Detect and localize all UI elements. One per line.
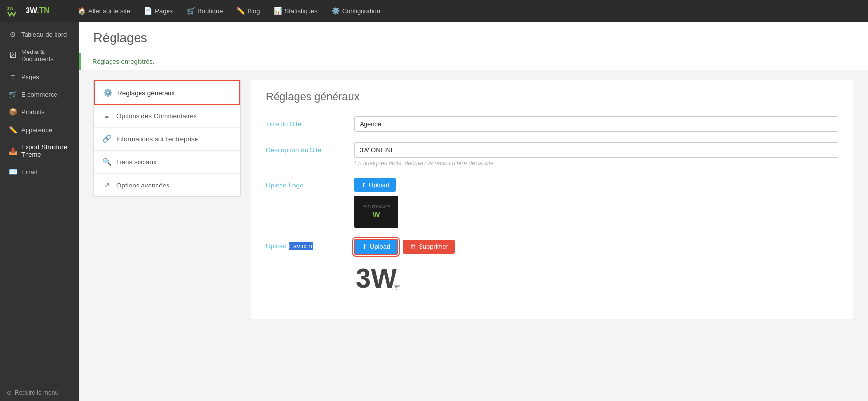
commentaires-icon: ≡ (102, 112, 112, 120)
sidebar-item-pages[interactable]: ≡ Pages (0, 68, 79, 85)
top-navigation: 3W 3W.TN 🏠 Aller sur le site 📄 Pages 🛒 B… (0, 0, 868, 22)
upload-favicon-control: ⬆ Upload 🗑 Supprimer 3W ☞ (354, 239, 838, 298)
upload-favicon-label: Upload Favicon (266, 239, 344, 250)
nav-item-blog[interactable]: ✏️ Blog (230, 4, 266, 18)
export-icon: 📤 (8, 147, 17, 155)
nav-item-boutique[interactable]: 🛒 Boutique (181, 4, 228, 18)
favicon-buttons: ⬆ Upload 🗑 Supprimer (354, 239, 838, 255)
sidebar-item-email[interactable]: ✉️ Email (0, 163, 79, 181)
description-hint: En quelques mots, décrivez la raison d'ê… (354, 160, 838, 167)
pages-icon: 📄 (144, 7, 152, 15)
settings-panel: Réglages généraux Titre du Site Descript… (251, 80, 853, 319)
settings-nav-general[interactable]: ⚙️ Réglages généraux (94, 80, 240, 105)
top-nav-items: 🏠 Aller sur le site 📄 Pages 🛒 Boutique ✏… (72, 4, 386, 18)
logo-text: 3W.TN (26, 6, 50, 15)
supprimer-icon: 🗑 (410, 243, 416, 250)
tableau-icon: ⊙ (8, 30, 17, 38)
alert-success: Réglages enregistrés. (79, 53, 868, 70)
media-icon: 🖼 (8, 52, 17, 59)
main-content: Réglages Réglages enregistrés. ⚙️ Réglag… (79, 22, 868, 401)
ecommerce-icon: 🛒 (8, 90, 17, 98)
titre-control (354, 116, 838, 132)
logo-image-placeholder: PAS D'IMAGE W (354, 196, 398, 228)
settings-sidebar: ⚙️ Réglages généraux ≡ Options des Comme… (93, 80, 241, 197)
titre-input[interactable] (354, 116, 838, 132)
form-row-titre: Titre du Site (266, 116, 838, 132)
produits-icon: 📦 (8, 108, 17, 116)
sidebar-item-ecommerce[interactable]: 🛒 E-commerce (0, 85, 79, 103)
upload-logo-icon: ⬆ (361, 181, 366, 188)
nav-item-configuration[interactable]: ⚙️ Configuration (326, 4, 386, 18)
sidebar-item-apparence[interactable]: ✏️ Apparence (0, 121, 79, 138)
liens-icon: 🔍 (102, 158, 112, 166)
reduce-menu-button[interactable]: ⊙ Réduire le menu (0, 384, 79, 401)
boutique-icon: 🛒 (187, 7, 195, 15)
settings-nav-liens[interactable]: 🔍 Liens sociaux (94, 151, 240, 174)
settings-panel-title: Réglages généraux (266, 90, 838, 108)
statistiques-icon: 📊 (274, 7, 282, 15)
sidebar-item-produits[interactable]: 📦 Produits (0, 103, 79, 121)
favicon-highlight: Favicon (289, 242, 313, 250)
nav-item-statistiques[interactable]: 📊 Statistiques (268, 4, 323, 18)
description-label: Description du Site (266, 142, 344, 154)
form-row-description: Description du Site En quelques mots, dé… (266, 142, 838, 167)
description-control: En quelques mots, décrivez la raison d'ê… (354, 142, 838, 167)
svg-text:3W: 3W (7, 6, 14, 11)
sidebar-item-media[interactable]: 🖼 Media & Documents (0, 43, 79, 68)
nav-item-pages[interactable]: 📄 Pages (138, 4, 179, 18)
nav-item-aller[interactable]: 🏠 Aller sur le site (72, 4, 136, 18)
settings-layout: ⚙️ Réglages généraux ≡ Options des Comme… (79, 70, 868, 329)
upload-logo-label: Upload Logo (266, 178, 344, 189)
sidebar-item-tableau[interactable]: ⊙ Tableau de bord (0, 26, 79, 43)
upload-logo-button[interactable]: ⬆ Upload (354, 178, 396, 192)
page-header: Réglages (79, 22, 868, 53)
logo-preview-icon: W (362, 211, 390, 219)
sidebar: ⊙ Tableau de bord 🖼 Media & Documents ≡ … (0, 22, 79, 401)
logo[interactable]: 3W 3W.TN (5, 2, 64, 20)
reduce-icon: ⊙ (7, 389, 12, 396)
entreprise-icon: 🔗 (102, 134, 112, 143)
home-icon: 🏠 (78, 7, 86, 15)
settings-nav-avancees[interactable]: ↗ Options avancées (94, 174, 240, 196)
upload-favicon-btn-icon: ⬆ (362, 243, 367, 250)
general-settings-icon: ⚙️ (103, 88, 112, 97)
settings-nav-entreprise[interactable]: 🔗 Informations sur l'entreprise (94, 128, 240, 151)
settings-nav-commentaires[interactable]: ≡ Options des Commentaires (94, 105, 240, 128)
page-title: Réglages (93, 30, 853, 46)
avancees-icon: ↗ (102, 181, 112, 189)
titre-label: Titre du Site (266, 116, 344, 128)
description-input[interactable] (354, 142, 838, 158)
main-layout: ⊙ Tableau de bord 🖼 Media & Documents ≡ … (0, 22, 868, 401)
configuration-icon: ⚙️ (332, 7, 340, 15)
upload-favicon-button[interactable]: ⬆ Upload (354, 239, 398, 255)
supprimer-button[interactable]: 🗑 Supprimer (403, 240, 455, 254)
favicon-preview: 3W ☞ (354, 259, 398, 298)
upload-logo-control: ⬆ Upload PAS D'IMAGE W (354, 178, 838, 228)
svg-rect-0 (5, 2, 23, 20)
no-image-text: PAS D'IMAGE (362, 204, 390, 210)
sidebar-item-export[interactable]: 📤 Export Structure Theme (0, 138, 79, 163)
apparence-icon: ✏️ (8, 126, 17, 134)
blog-icon: ✏️ (236, 7, 245, 15)
cursor-hand-icon: ☞ (391, 281, 401, 294)
email-icon: ✉️ (8, 168, 17, 176)
form-row-upload-favicon: Upload Favicon ⬆ Upload 🗑 Supprimer (266, 239, 838, 298)
form-row-upload-logo: Upload Logo ⬆ Upload PAS D'IMAGE W (266, 178, 838, 228)
pages-sidebar-icon: ≡ (8, 73, 17, 80)
